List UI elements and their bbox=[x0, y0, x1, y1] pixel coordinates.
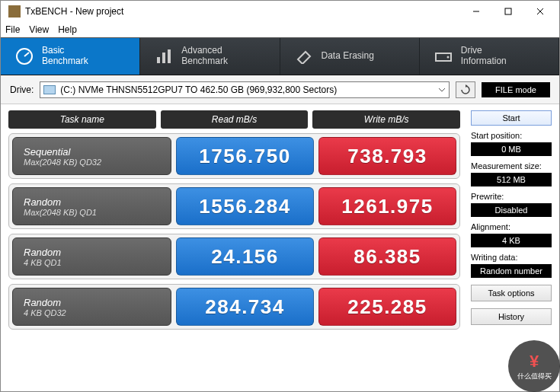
tab-label: Advanced bbox=[181, 46, 228, 56]
svg-rect-8 bbox=[168, 49, 171, 63]
write-value: 1261.975 bbox=[318, 187, 456, 225]
label-measurement-size: Measurement size: bbox=[471, 161, 552, 171]
write-value: 738.793 bbox=[318, 137, 456, 175]
task-random-4kb-qd1: Random4 KB QD1 bbox=[12, 237, 171, 276]
window-title: TxBENCH - New project bbox=[25, 6, 460, 17]
label-start-position: Start position: bbox=[471, 131, 552, 140]
drive-selected-text: (C:) NVMe THNSN5512GPU7 TO 462.50 GB (96… bbox=[60, 84, 434, 95]
menu-view[interactable]: View bbox=[29, 24, 49, 35]
tab-data-erasing[interactable]: Data Erasing bbox=[280, 38, 420, 75]
result-row: SequentialMax(2048 KB) QD32 1756.750 738… bbox=[8, 133, 460, 179]
tab-strip: BasicBenchmark AdvancedBenchmark Data Er… bbox=[1, 37, 559, 75]
header-taskname: Task name bbox=[8, 110, 156, 129]
gauge-icon bbox=[14, 46, 34, 66]
yen-icon: ¥ bbox=[530, 352, 539, 371]
drive-icon bbox=[434, 46, 453, 66]
tab-label: Data Erasing bbox=[322, 51, 374, 62]
drive-select[interactable]: (C:) NVMe THNSN5512GPU7 TO 462.50 GB (96… bbox=[40, 81, 450, 98]
value-alignment[interactable]: 4 KB bbox=[471, 234, 552, 247]
maximize-button[interactable] bbox=[492, 2, 524, 21]
tab-label: Basic bbox=[42, 46, 88, 56]
title-bar: TxBENCH - New project bbox=[1, 1, 559, 22]
svg-line-5 bbox=[24, 53, 29, 56]
label-prewrite: Prewrite: bbox=[471, 192, 552, 201]
tab-label: Benchmark bbox=[181, 56, 228, 67]
result-row: RandomMax(2048 KB) QD1 1556.284 1261.975 bbox=[8, 183, 460, 229]
task-sequential-qd32: SequentialMax(2048 KB) QD32 bbox=[12, 137, 171, 175]
value-prewrite[interactable]: Disabled bbox=[471, 203, 552, 217]
result-row: Random4 KB QD32 284.734 225.285 bbox=[8, 284, 460, 330]
read-value: 24.156 bbox=[176, 237, 314, 276]
svg-rect-7 bbox=[162, 53, 165, 63]
drive-row: Drive: (C:) NVMe THNSN5512GPU7 TO 462.50… bbox=[1, 75, 559, 104]
write-value: 225.285 bbox=[318, 288, 456, 326]
svg-rect-6 bbox=[157, 57, 160, 63]
app-icon bbox=[8, 5, 21, 18]
menu-help[interactable]: Help bbox=[58, 24, 77, 35]
file-mode-indicator[interactable]: FILE mode bbox=[482, 82, 550, 97]
read-value: 284.734 bbox=[176, 288, 314, 326]
tab-drive-information[interactable]: DriveInformation bbox=[420, 38, 559, 75]
tab-label: Benchmark bbox=[42, 56, 88, 67]
svg-rect-1 bbox=[505, 8, 511, 14]
close-button[interactable] bbox=[524, 2, 556, 21]
label-alignment: Alignment: bbox=[471, 222, 552, 231]
tab-basic-benchmark[interactable]: BasicBenchmark bbox=[1, 38, 140, 75]
watermark: ¥ 什么值得买 bbox=[508, 340, 560, 392]
tab-label: Drive bbox=[461, 46, 507, 56]
header-read: Read mB/s bbox=[161, 110, 309, 129]
header-write: Write mB/s bbox=[312, 110, 460, 129]
value-writing-data[interactable]: Random number bbox=[471, 264, 552, 278]
minimize-button[interactable] bbox=[460, 2, 492, 21]
value-start-position[interactable]: 0 MB bbox=[471, 142, 552, 156]
drive-label: Drive: bbox=[10, 84, 34, 95]
history-button[interactable]: History bbox=[471, 308, 552, 325]
tab-label: Information bbox=[461, 56, 507, 67]
write-value: 86.385 bbox=[318, 237, 456, 276]
menu-bar: File View Help bbox=[1, 22, 559, 37]
menu-file[interactable]: File bbox=[5, 24, 20, 35]
bars-icon bbox=[154, 46, 174, 66]
svg-point-10 bbox=[446, 56, 449, 59]
tab-advanced-benchmark[interactable]: AdvancedBenchmark bbox=[140, 38, 280, 75]
label-writing-data: Writing data: bbox=[471, 253, 552, 262]
read-value: 1556.284 bbox=[176, 187, 314, 225]
task-random-2048-qd1: RandomMax(2048 KB) QD1 bbox=[12, 187, 171, 225]
read-value: 1756.750 bbox=[176, 137, 314, 175]
result-row: Random4 KB QD1 24.156 86.385 bbox=[8, 234, 460, 279]
chevron-down-icon bbox=[438, 88, 446, 92]
task-random-4kb-qd32: Random4 KB QD32 bbox=[12, 288, 171, 326]
drive-small-icon bbox=[43, 85, 56, 94]
value-measurement-size[interactable]: 512 MB bbox=[471, 173, 552, 186]
refresh-button[interactable] bbox=[456, 81, 475, 98]
results-area: Task name Read mB/s Write mB/s Sequentia… bbox=[1, 104, 468, 392]
eraser-icon bbox=[294, 46, 314, 66]
watermark-text: 什么值得买 bbox=[517, 371, 552, 381]
task-options-button[interactable]: Task options bbox=[471, 285, 552, 301]
start-button[interactable]: Start bbox=[471, 110, 552, 126]
